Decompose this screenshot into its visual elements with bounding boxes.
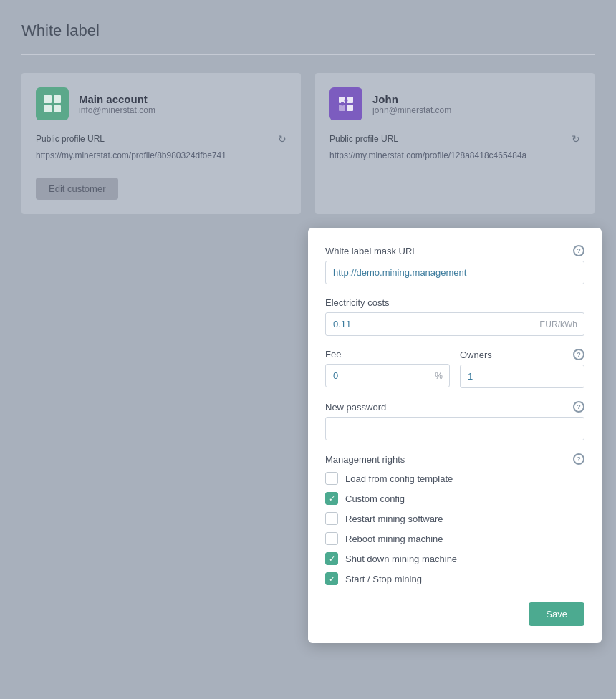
john-account-header: John john@minerstat.com bbox=[329, 87, 580, 120]
password-field: New password ? bbox=[325, 401, 584, 440]
main-profile-url-label-row: Public profile URL ↻ bbox=[36, 133, 287, 145]
checkbox-box-4[interactable] bbox=[325, 552, 338, 565]
avatar-grid-icon bbox=[44, 95, 61, 112]
owners-field: Owners ? bbox=[460, 349, 584, 388]
password-info-icon[interactable]: ? bbox=[573, 401, 584, 413]
owners-info-icon[interactable]: ? bbox=[573, 349, 584, 360]
main-account-card: Main account info@minerstat.com Public p… bbox=[21, 73, 301, 214]
checkbox-label-4: Shut down mining machine bbox=[345, 554, 457, 564]
divider bbox=[21, 54, 595, 55]
checkbox-box-0[interactable] bbox=[325, 472, 338, 485]
john-profile-url-section: Public profile URL ↻ https://my.minersta… bbox=[329, 133, 580, 162]
main-account-email: info@minerstat.com bbox=[79, 105, 155, 115]
john-profile-url-label: Public profile URL bbox=[329, 134, 398, 144]
main-account-header: Main account info@minerstat.com bbox=[36, 87, 287, 120]
mask-url-label: White label mask URL bbox=[325, 246, 418, 256]
edit-customer-button[interactable]: Edit customer bbox=[36, 178, 118, 200]
mask-url-label-row: White label mask URL ? bbox=[325, 245, 584, 256]
management-label-row: Management rights ? bbox=[325, 453, 584, 465]
checkbox-item: Restart mining software bbox=[325, 512, 584, 525]
checkbox-label-0: Load from config template bbox=[345, 473, 453, 484]
save-button[interactable]: Save bbox=[529, 602, 584, 626]
checkbox-label-5: Start / Stop mining bbox=[345, 574, 422, 584]
checkbox-list: Load from config templateCustom configRe… bbox=[325, 472, 584, 585]
save-row: Save bbox=[325, 598, 584, 626]
main-profile-url-label: Public profile URL bbox=[36, 134, 105, 144]
electricity-field: Electricity costs EUR/kWh bbox=[325, 297, 584, 336]
fee-field: Fee % bbox=[325, 349, 450, 388]
fee-label: Fee bbox=[325, 349, 341, 360]
accounts-row: Main account info@minerstat.com Public p… bbox=[21, 73, 595, 214]
main-account-info: Main account info@minerstat.com bbox=[79, 93, 155, 115]
owners-label-row: Owners ? bbox=[460, 349, 584, 360]
svg-point-4 bbox=[345, 99, 348, 102]
owners-input[interactable] bbox=[460, 365, 584, 388]
password-label-row: New password ? bbox=[325, 401, 584, 413]
john-profile-url-value: https://my.minerstat.com/profile/128a841… bbox=[329, 149, 580, 162]
management-label: Management rights bbox=[325, 454, 405, 465]
john-account-name: John bbox=[372, 93, 451, 105]
checkbox-item: Reboot mining machine bbox=[325, 532, 584, 545]
electricity-label-row: Electricity costs bbox=[325, 297, 584, 308]
svg-point-5 bbox=[341, 102, 345, 106]
main-account-name: Main account bbox=[79, 93, 155, 105]
mask-url-input[interactable] bbox=[325, 261, 584, 284]
checkbox-label-3: Reboot mining machine bbox=[345, 534, 443, 544]
main-refresh-icon[interactable]: ↻ bbox=[278, 133, 287, 145]
john-account-card: John john@minerstat.com Public profile U… bbox=[315, 73, 595, 214]
mask-url-field: White label mask URL ? bbox=[325, 245, 584, 284]
electricity-input-wrapper: EUR/kWh bbox=[325, 312, 584, 336]
checkbox-item: Shut down mining machine bbox=[325, 552, 584, 565]
mask-url-info-icon[interactable]: ? bbox=[573, 245, 584, 256]
svg-rect-3 bbox=[347, 105, 353, 111]
management-rights-section: Management rights ? Load from config tem… bbox=[325, 453, 584, 585]
checkbox-box-5[interactable] bbox=[325, 572, 338, 585]
edit-modal: White label mask URL ? Electricity costs… bbox=[308, 228, 602, 643]
checkbox-label-2: Restart mining software bbox=[345, 514, 443, 524]
main-profile-url-value: https://my.minerstat.com/profile/8b98032… bbox=[36, 149, 287, 162]
page-title: White label bbox=[21, 21, 595, 40]
electricity-label: Electricity costs bbox=[325, 297, 390, 308]
checkbox-box-2[interactable] bbox=[325, 512, 338, 525]
main-account-avatar bbox=[36, 87, 69, 120]
password-label: New password bbox=[325, 402, 386, 413]
fee-input[interactable] bbox=[325, 364, 450, 387]
checkbox-item: Custom config bbox=[325, 492, 584, 505]
checkbox-label-1: Custom config bbox=[345, 493, 405, 504]
fee-input-wrapper: % bbox=[325, 364, 450, 387]
fee-owners-row: Fee % Owners ? bbox=[325, 349, 584, 388]
checkbox-item: Start / Stop mining bbox=[325, 572, 584, 585]
fee-label-row: Fee bbox=[325, 349, 450, 360]
john-refresh-icon[interactable]: ↻ bbox=[572, 133, 580, 145]
checkbox-item: Load from config template bbox=[325, 472, 584, 485]
john-account-avatar bbox=[329, 87, 362, 120]
fee-unit: % bbox=[435, 371, 443, 381]
checkbox-box-1[interactable] bbox=[325, 492, 338, 505]
john-account-info: John john@minerstat.com bbox=[372, 93, 451, 115]
puzzle-icon bbox=[337, 95, 355, 112]
john-profile-url-label-row: Public profile URL ↻ bbox=[329, 133, 580, 145]
owners-label: Owners bbox=[460, 350, 492, 360]
john-account-email: john@minerstat.com bbox=[372, 105, 451, 115]
password-input[interactable] bbox=[325, 417, 584, 440]
main-profile-url-section: Public profile URL ↻ https://my.minersta… bbox=[36, 133, 287, 162]
checkbox-box-3[interactable] bbox=[325, 532, 338, 545]
management-info-icon[interactable]: ? bbox=[573, 453, 584, 465]
electricity-unit: EUR/kWh bbox=[539, 319, 577, 329]
